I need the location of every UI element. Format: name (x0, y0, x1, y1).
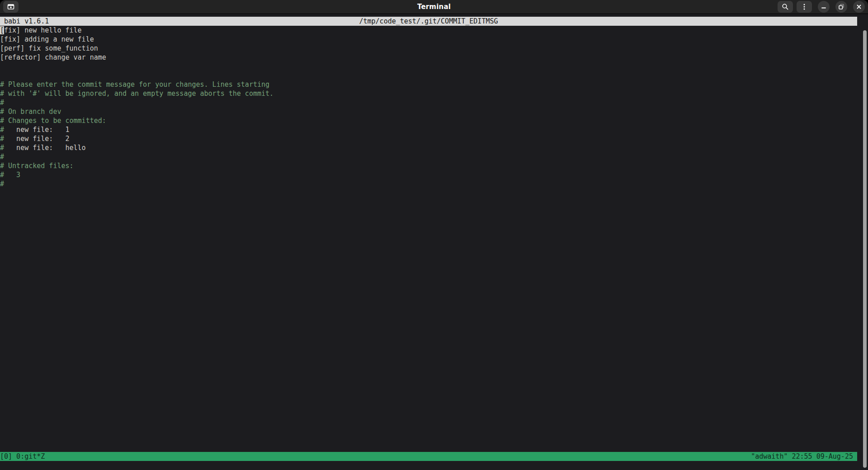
terminal-line-6 (0, 71, 857, 80)
text-segment: # On branch dev (0, 108, 61, 116)
terminal-new-tab-icon (7, 3, 14, 10)
minus-icon (821, 4, 827, 10)
terminal-line-14: # new file: hello (0, 143, 857, 152)
editor-header-bar: babi v1.6.1 /tmp/code_test/.git/COMMIT_E… (0, 17, 857, 26)
terminal-line-17: # 3 (0, 170, 857, 179)
terminal-line-1: [fix] new hello file (0, 26, 857, 35)
editor-file-path: /tmp/code_test/.git/COMMIT_EDITMSG (0, 17, 857, 26)
terminal-line-3: [perf] fix some_function (0, 44, 857, 53)
terminal-window: Terminal (0, 0, 868, 470)
text-segment: [refactor] change var name (0, 53, 106, 61)
terminal-line-10: # On branch dev (0, 107, 857, 116)
close-button[interactable] (853, 1, 865, 13)
text-segment: # (0, 126, 4, 134)
minimize-button[interactable] (818, 1, 830, 13)
terminal-line-11: # Changes to be committed: (0, 116, 857, 125)
terminal-line-12: # new file: 1 (0, 125, 857, 134)
x-icon (856, 4, 862, 10)
terminal-screen[interactable]: babi v1.6.1 /tmp/code_test/.git/COMMIT_E… (0, 14, 868, 470)
vertical-ellipsis-icon (801, 3, 808, 10)
overlapping-squares-icon (838, 4, 844, 10)
text-segment: new file: hello (4, 144, 86, 152)
search-button[interactable] (778, 1, 793, 13)
terminal-line-4: [refactor] change var name (0, 53, 857, 62)
text-segment: # (0, 144, 4, 152)
text-segment: # 3 (0, 171, 20, 179)
menu-button[interactable] (797, 1, 812, 13)
text-segment: # (0, 135, 4, 143)
text-segment: new file: 1 (4, 126, 70, 134)
text-segment: # Untracked files: (0, 162, 74, 170)
text-segment: # (0, 180, 4, 188)
tmux-host-clock: "adwaith" 22:55 09-Aug-25 (751, 452, 857, 461)
text-segment: new file: 2 (4, 135, 70, 143)
titlebar: Terminal (0, 0, 868, 14)
tmux-status-bar: [0] 0:git*Z "adwaith" 22:55 09-Aug-25 (0, 452, 857, 461)
terminal-line-15: # (0, 152, 857, 161)
terminal-lines: [fix] new hello file[fix] adding a new f… (0, 26, 857, 188)
text-segment: # (0, 99, 4, 107)
new-tab-button[interactable] (3, 1, 19, 13)
terminal-line-5 (0, 62, 857, 71)
terminal-line-8: # with '#' will be ignored, and an empty… (0, 89, 857, 98)
scrollbar-thumb[interactable] (863, 30, 867, 468)
text-segment: # with '#' will be ignored, and an empty… (0, 89, 274, 98)
text-segment: # Please enter the commit message for yo… (0, 80, 269, 89)
window-title: Terminal (0, 3, 868, 11)
tmux-session-info: [0] 0:git*Z (0, 452, 45, 461)
text-segment: # Changes to be committed: (0, 117, 106, 125)
terminal-line-16: # Untracked files: (0, 161, 857, 170)
search-icon (782, 3, 789, 10)
terminal-line-7: # Please enter the commit message for yo… (0, 80, 857, 89)
text-segment: # (0, 153, 4, 161)
terminal-line-9: # (0, 98, 857, 107)
terminal-line-13: # new file: 2 (0, 134, 857, 143)
terminal-line-18: # (0, 179, 857, 188)
terminal-line-2: [fix] adding a new file (0, 35, 857, 44)
restore-button[interactable] (835, 1, 847, 13)
